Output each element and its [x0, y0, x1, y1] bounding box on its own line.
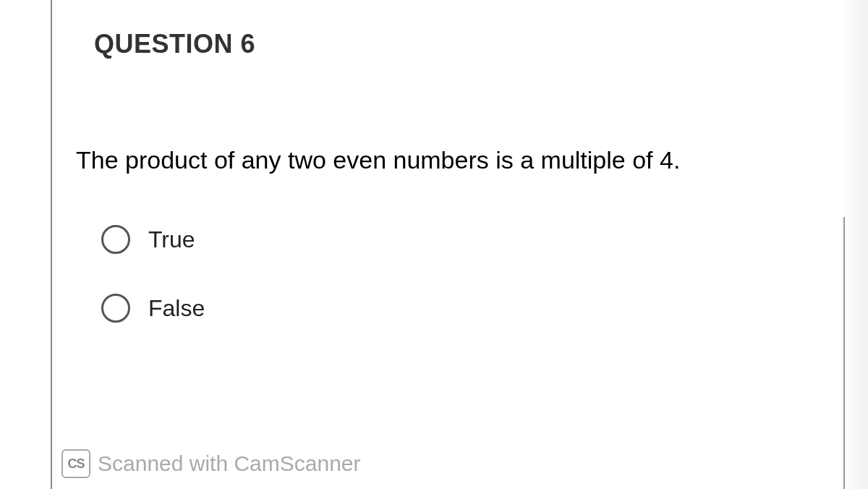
question-heading: QUESTION 6: [94, 29, 868, 59]
camscanner-watermark: CS Scanned with CamScanner: [61, 449, 361, 478]
option-true[interactable]: True: [101, 225, 868, 254]
camscanner-logo-icon: CS: [61, 449, 90, 478]
option-label: True: [148, 226, 195, 253]
watermark-text: Scanned with CamScanner: [98, 451, 361, 476]
question-content: QUESTION 6 The product of any two even n…: [51, 0, 868, 323]
page-container: QUESTION 6 The product of any two even n…: [0, 0, 868, 489]
right-edge-line: [843, 217, 845, 489]
radio-icon: [101, 225, 130, 254]
options-group: True False: [101, 225, 868, 323]
option-false[interactable]: False: [101, 294, 868, 323]
question-prompt: The product of any two even numbers is a…: [76, 146, 868, 174]
option-label: False: [148, 295, 205, 322]
radio-icon: [101, 294, 130, 323]
left-margin-line: [51, 0, 52, 489]
